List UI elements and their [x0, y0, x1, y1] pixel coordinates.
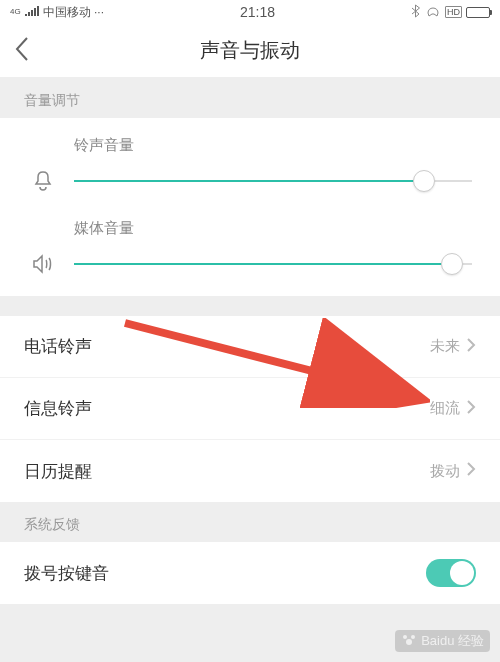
page-title: 声音与振动	[200, 37, 300, 64]
watermark: Baidu 经验	[395, 630, 490, 652]
item-value: 未来	[430, 337, 460, 356]
speaker-icon	[28, 254, 58, 274]
feedback-list: 拨号按键音	[0, 542, 500, 604]
ringtone-volume-slider[interactable]	[74, 169, 472, 193]
status-left: 4G 中国移动 ···	[10, 4, 104, 21]
chevron-right-icon	[466, 337, 476, 357]
battery-icon	[466, 7, 490, 18]
paw-icon	[401, 633, 417, 650]
media-volume-slider[interactable]	[74, 252, 472, 276]
section-label-feedback: 系统反馈	[0, 502, 500, 542]
status-right: HD	[411, 4, 490, 21]
chevron-right-icon	[466, 461, 476, 481]
ringtone-volume-row: 铃声音量	[28, 136, 472, 193]
media-volume-label: 媒体音量	[74, 219, 472, 238]
item-value: 细流	[430, 399, 460, 418]
ringtone-list: 电话铃声 未来 信息铃声 细流 日历提醒 拨动	[0, 316, 500, 502]
back-button[interactable]	[14, 36, 30, 66]
dial-tone-item: 拨号按键音	[0, 542, 500, 604]
chevron-right-icon	[466, 399, 476, 419]
phone-ringtone-item[interactable]: 电话铃声 未来	[0, 316, 500, 378]
svg-point-3	[406, 639, 412, 645]
item-label: 电话铃声	[24, 335, 92, 358]
signal-icon	[25, 5, 39, 19]
dial-tone-toggle[interactable]	[426, 559, 476, 587]
signal-4g-label: 4G	[10, 8, 21, 16]
watermark-text: Baidu 经验	[421, 632, 484, 650]
message-ringtone-item[interactable]: 信息铃声 细流	[0, 378, 500, 440]
status-time: 21:18	[240, 4, 275, 20]
bell-icon	[28, 170, 58, 192]
divider	[0, 296, 500, 316]
calendar-reminder-item[interactable]: 日历提醒 拨动	[0, 440, 500, 502]
item-value: 拨动	[430, 462, 460, 481]
item-label: 信息铃声	[24, 397, 92, 420]
svg-point-2	[411, 635, 415, 639]
item-label: 日历提醒	[24, 460, 92, 483]
status-bar: 4G 中国移动 ··· 21:18 HD	[0, 0, 500, 24]
header: 声音与振动	[0, 24, 500, 78]
volte-icon	[425, 4, 441, 21]
bluetooth-icon	[411, 4, 421, 21]
media-volume-row: 媒体音量	[28, 219, 472, 276]
svg-point-1	[403, 635, 407, 639]
carrier-label: 中国移动 ···	[43, 4, 104, 21]
volume-panel: 铃声音量 媒体音量	[0, 118, 500, 296]
section-label-volume: 音量调节	[0, 78, 500, 118]
ringtone-volume-label: 铃声音量	[74, 136, 472, 155]
item-label: 拨号按键音	[24, 562, 109, 585]
hd-label: HD	[445, 6, 462, 18]
